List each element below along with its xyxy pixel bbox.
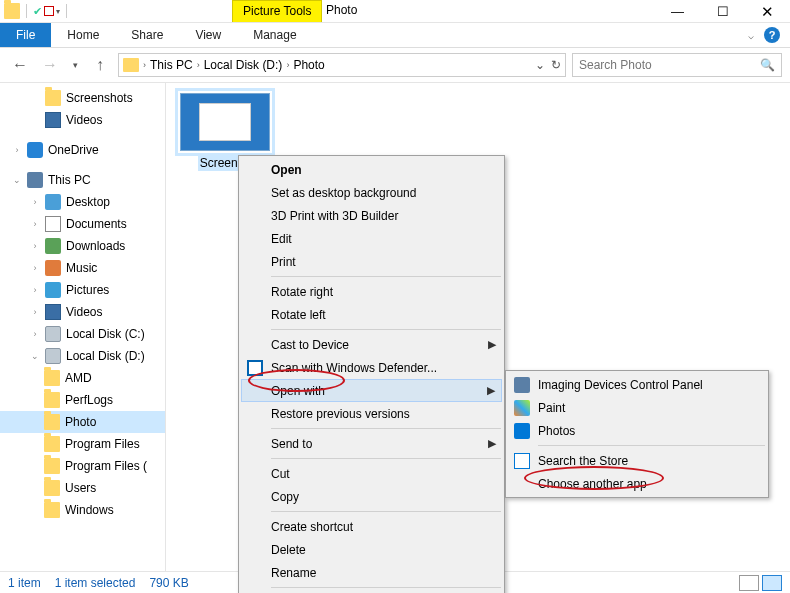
menu-set-background[interactable]: Set as desktop background [241, 181, 502, 204]
defender-icon [247, 360, 263, 376]
submenu-photos[interactable]: Photos [508, 419, 766, 442]
folder-icon [44, 502, 60, 518]
disk-icon [45, 348, 61, 364]
submenu-paint[interactable]: Paint [508, 396, 766, 419]
desktop-icon [45, 194, 61, 210]
thumbnails-view-button[interactable] [762, 575, 782, 591]
folder-icon [44, 436, 60, 452]
menu-delete[interactable]: Delete [241, 538, 502, 561]
disk-icon [45, 326, 61, 342]
ribbon-collapse-icon[interactable]: ⌵ [748, 30, 754, 41]
menu-print[interactable]: Print [241, 250, 502, 273]
menu-3d-print[interactable]: 3D Print with 3D Builder [241, 204, 502, 227]
chevron-right-icon: ▶ [487, 384, 495, 397]
up-button[interactable]: ↑ [88, 56, 112, 74]
menu-cast[interactable]: Cast to Device▶ [241, 333, 502, 356]
window-title: Photo [326, 3, 357, 17]
sidebar-item-programfilesx86[interactable]: Program Files ( [0, 455, 165, 477]
pictures-icon [45, 282, 61, 298]
menu-restore-versions[interactable]: Restore previous versions [241, 402, 502, 425]
paint-icon [514, 400, 530, 416]
music-icon [45, 260, 61, 276]
title-bar: ✔ ▾ Picture Tools Photo — ☐ ✕ [0, 0, 790, 23]
sidebar-item-users[interactable]: Users [0, 477, 165, 499]
imaging-icon [514, 377, 530, 393]
sidebar-item-documents[interactable]: ›Documents [0, 213, 165, 235]
search-icon: 🔍 [760, 58, 775, 72]
close-button[interactable]: ✕ [745, 0, 790, 23]
qat-check-icon[interactable]: ✔ [33, 5, 42, 18]
chevron-right-icon: ▶ [488, 338, 496, 351]
status-item-count: 1 item [8, 576, 41, 590]
sidebar-item-videos[interactable]: ›Videos [0, 301, 165, 323]
onedrive-icon [27, 142, 43, 158]
documents-icon [45, 216, 61, 232]
maximize-button[interactable]: ☐ [700, 0, 745, 23]
breadcrumb-segment[interactable]: Local Disk (D:)› [204, 58, 290, 72]
folder-icon[interactable] [4, 3, 20, 19]
sidebar-item-disk-d[interactable]: ⌄Local Disk (D:) [0, 345, 165, 367]
chevron-right-icon: ▶ [488, 437, 496, 450]
sidebar-item-perflogs[interactable]: PerfLogs [0, 389, 165, 411]
downloads-icon [45, 238, 61, 254]
sidebar-item-photo[interactable]: Photo [0, 411, 165, 433]
sidebar-item-music[interactable]: ›Music [0, 257, 165, 279]
sidebar-item-onedrive[interactable]: ›OneDrive [0, 139, 165, 161]
navigation-pane: ›Screenshots ›Videos ›OneDrive ⌄This PC … [0, 83, 166, 571]
submenu-store[interactable]: Search the Store [508, 449, 766, 472]
store-icon [514, 453, 530, 469]
address-bar[interactable]: › This PC› Local Disk (D:)› Photo ⌄ ↻ [118, 53, 566, 77]
search-placeholder: Search Photo [579, 58, 652, 72]
sidebar-item-thispc[interactable]: ⌄This PC [0, 169, 165, 191]
menu-copy[interactable]: Copy [241, 485, 502, 508]
menu-rename[interactable]: Rename [241, 561, 502, 584]
tab-share[interactable]: Share [115, 23, 179, 47]
computer-icon [27, 172, 43, 188]
menu-rotate-right[interactable]: Rotate right [241, 280, 502, 303]
forward-button[interactable]: → [38, 53, 62, 77]
menu-cut[interactable]: Cut [241, 462, 502, 485]
breadcrumb-segment[interactable]: Photo [293, 58, 324, 72]
sidebar-item-disk-c[interactable]: ›Local Disk (C:) [0, 323, 165, 345]
submenu-choose-app[interactable]: Choose another app [508, 472, 766, 495]
sidebar-item-windows[interactable]: Windows [0, 499, 165, 521]
address-dropdown-icon[interactable]: ⌄ [535, 58, 545, 72]
qat-dropdown-icon[interactable]: ▾ [56, 7, 60, 16]
help-icon[interactable]: ? [764, 27, 780, 43]
menu-create-shortcut[interactable]: Create shortcut [241, 515, 502, 538]
menu-rotate-left[interactable]: Rotate left [241, 303, 502, 326]
sidebar-item-desktop[interactable]: ›Desktop [0, 191, 165, 213]
tab-view[interactable]: View [179, 23, 237, 47]
videos-icon [45, 304, 61, 320]
tab-manage[interactable]: Manage [237, 23, 312, 47]
folder-icon [44, 480, 60, 496]
menu-defender[interactable]: Scan with Windows Defender... [241, 356, 502, 379]
minimize-button[interactable]: — [655, 0, 700, 23]
sidebar-item-videos[interactable]: ›Videos [0, 109, 165, 131]
details-view-button[interactable] [739, 575, 759, 591]
sidebar-item-programfiles[interactable]: Program Files [0, 433, 165, 455]
tab-file[interactable]: File [0, 23, 51, 47]
contextual-tab-label: Picture Tools [232, 0, 322, 22]
submenu-imaging[interactable]: Imaging Devices Control Panel [508, 373, 766, 396]
sidebar-item-pictures[interactable]: ›Pictures [0, 279, 165, 301]
menu-open[interactable]: Open [241, 158, 502, 181]
sidebar-item-amd[interactable]: AMD [0, 367, 165, 389]
folder-icon [123, 58, 139, 72]
search-input[interactable]: Search Photo 🔍 [572, 53, 782, 77]
tab-home[interactable]: Home [51, 23, 115, 47]
back-button[interactable]: ← [8, 53, 32, 77]
qat-properties-icon[interactable] [44, 6, 54, 16]
folder-icon [44, 458, 60, 474]
sidebar-item-downloads[interactable]: ›Downloads [0, 235, 165, 257]
quick-access-toolbar: ✔ ▾ [0, 3, 75, 19]
folder-icon [44, 392, 60, 408]
menu-open-with[interactable]: Open with▶ [241, 379, 502, 402]
menu-send-to[interactable]: Send to▶ [241, 432, 502, 455]
breadcrumb-segment[interactable]: This PC› [150, 58, 200, 72]
history-dropdown-icon[interactable]: ▾ [68, 60, 82, 70]
sidebar-item-screenshots[interactable]: ›Screenshots [0, 87, 165, 109]
refresh-icon[interactable]: ↻ [551, 58, 561, 72]
folder-icon [45, 90, 61, 106]
menu-edit[interactable]: Edit [241, 227, 502, 250]
